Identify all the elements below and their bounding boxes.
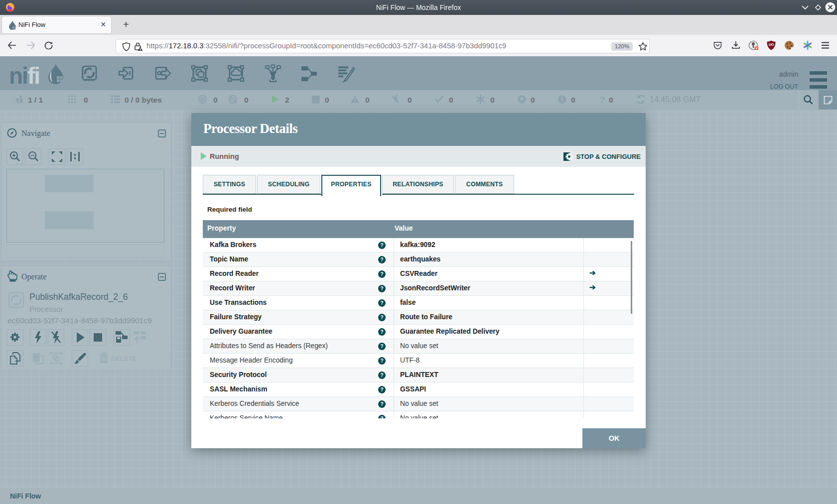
svg-text:UO: UO [769,43,774,46]
svg-text:?: ? [599,95,604,105]
svg-text:DELETE: DELETE [111,355,137,363]
